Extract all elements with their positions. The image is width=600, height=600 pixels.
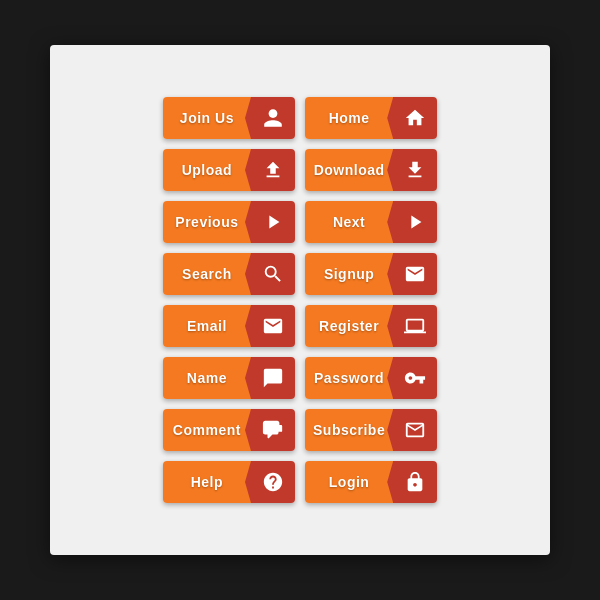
next-button[interactable]: Next [305, 201, 437, 243]
search-label: Search [163, 253, 251, 295]
home-icon [393, 97, 437, 139]
previous-label: Previous [163, 201, 251, 243]
home-button[interactable]: Home [305, 97, 437, 139]
join-us-label: Join Us [163, 97, 251, 139]
upload-label: Upload [163, 149, 251, 191]
login-button[interactable]: Login [305, 461, 437, 503]
download-label: Download [305, 149, 393, 191]
join-us-button[interactable]: Join Us [163, 97, 295, 139]
email-label: Email [163, 305, 251, 347]
download-icon [393, 149, 437, 191]
name-label: Name [163, 357, 251, 399]
upload-icon [251, 149, 295, 191]
register-label: Register [305, 305, 393, 347]
signup-label: Signup [305, 253, 393, 295]
main-card: Join UsHomeUploadDownloadPreviousNextSea… [50, 45, 550, 555]
help-label: Help [163, 461, 251, 503]
home-label: Home [305, 97, 393, 139]
chevron-right-icon [393, 201, 437, 243]
password-button[interactable]: Password [305, 357, 437, 399]
button-grid: Join UsHomeUploadDownloadPreviousNextSea… [143, 77, 457, 523]
laptop-icon [393, 305, 437, 347]
register-button[interactable]: Register [305, 305, 437, 347]
person-add-icon [251, 97, 295, 139]
comment-button[interactable]: Comment [163, 409, 295, 451]
signup-button[interactable]: Signup [305, 253, 437, 295]
help-button[interactable]: Help [163, 461, 295, 503]
previous-button[interactable]: Previous [163, 201, 295, 243]
subscribe-label: Subscribe [305, 409, 393, 451]
key-icon [393, 357, 437, 399]
password-label: Password [305, 357, 393, 399]
email-icon [251, 305, 295, 347]
download-button[interactable]: Download [305, 149, 437, 191]
comment-label: Comment [163, 409, 251, 451]
at-icon [393, 253, 437, 295]
lock-icon [393, 461, 437, 503]
login-label: Login [305, 461, 393, 503]
email-button[interactable]: Email [163, 305, 295, 347]
upload-button[interactable]: Upload [163, 149, 295, 191]
subscribe-button[interactable]: Subscribe [305, 409, 437, 451]
chevron-right-icon [251, 201, 295, 243]
chat-icon [251, 357, 295, 399]
next-label: Next [305, 201, 393, 243]
question-icon [251, 461, 295, 503]
name-button[interactable]: Name [163, 357, 295, 399]
search-icon [251, 253, 295, 295]
search-button[interactable]: Search [163, 253, 295, 295]
mail-open-icon [393, 409, 437, 451]
note-icon [251, 409, 295, 451]
